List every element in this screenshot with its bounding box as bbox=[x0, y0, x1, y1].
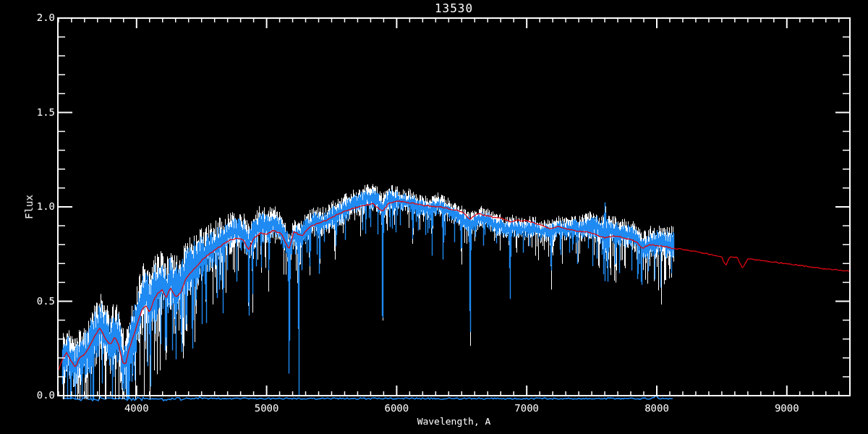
chart-title: 13530 bbox=[58, 1, 850, 15]
x-tick-label: 5000 bbox=[245, 402, 289, 414]
spectrum-canvas bbox=[0, 0, 868, 434]
x-tick-label: 8000 bbox=[635, 402, 678, 414]
y-tick-label: 0.0 bbox=[0, 389, 55, 401]
x-tick-label: 7000 bbox=[505, 402, 548, 414]
x-tick-label: 6000 bbox=[375, 402, 418, 414]
y-tick-label: 0.5 bbox=[0, 295, 55, 307]
y-tick-label: 2.0 bbox=[0, 12, 55, 23]
x-tick-label: 4000 bbox=[115, 402, 158, 414]
x-tick-label: 9000 bbox=[765, 402, 809, 414]
y-tick-label: 1.5 bbox=[0, 106, 55, 118]
y-tick-label: 1.0 bbox=[0, 200, 55, 212]
spectrum-plot-window: 13530 Wavelength, A Flux 400050006000700… bbox=[0, 0, 868, 434]
x-axis-label: Wavelength, A bbox=[58, 416, 850, 427]
